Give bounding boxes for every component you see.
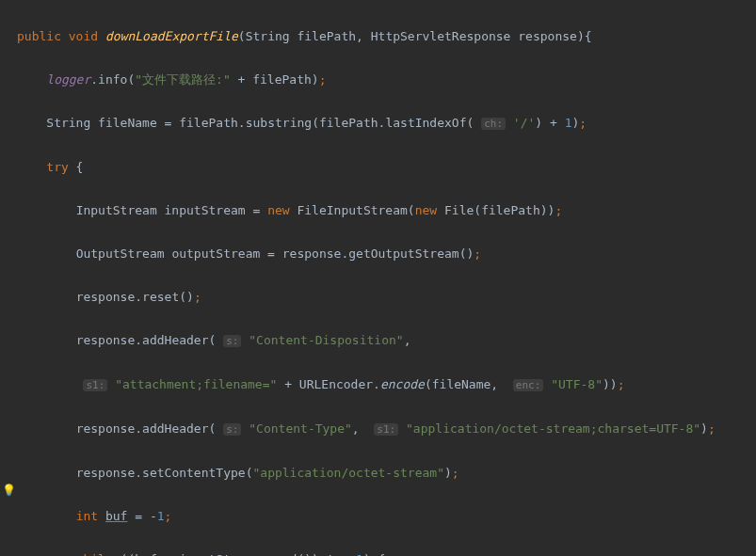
type: String: [46, 116, 90, 130]
ident: response: [76, 290, 136, 304]
lightbulb-icon[interactable]: 💡: [2, 480, 16, 501]
fn: getOutputStream: [348, 246, 458, 261]
fn: encode: [380, 377, 425, 391]
param: filePath: [297, 29, 356, 43]
string: '/': [513, 116, 535, 130]
ident: response: [282, 246, 342, 261]
code-line[interactable]: InputStream inputStream = new FileInputS…: [17, 199, 756, 221]
string: "Content-Disposition": [249, 333, 403, 347]
editor-gutter: 💡: [0, 0, 17, 556]
string: "application/octet-stream;charset=UTF-8": [406, 421, 700, 436]
fn: setContentType: [142, 466, 246, 480]
type: HttpServletResponse: [371, 29, 511, 43]
field-logger: logger: [46, 72, 90, 87]
code-line[interactable]: response.addHeader( s: "Content-Type", s…: [17, 418, 756, 440]
fn: addHeader: [142, 333, 208, 347]
fn: addHeader: [142, 421, 208, 436]
fn: substring: [246, 116, 312, 130]
fn: lastIndexOf: [385, 116, 466, 130]
fn: info: [98, 72, 127, 87]
param-hint: ch:: [481, 118, 506, 130]
code-line[interactable]: String fileName = filePath.substring(fil…: [17, 112, 756, 135]
ident: inputStream: [165, 203, 246, 217]
code-area[interactable]: public void downLoadExportFile(String fi…: [0, 4, 756, 556]
string: "UTF-8": [551, 377, 603, 391]
number: 1: [356, 552, 363, 556]
type: String: [246, 29, 290, 43]
ident: response: [76, 333, 136, 347]
ident: inputStream: [179, 552, 260, 556]
fn: reset: [142, 290, 179, 304]
ident: fileName: [432, 377, 491, 391]
type: File: [444, 203, 474, 217]
code-line[interactable]: public void downLoadExportFile(String fi…: [17, 25, 756, 47]
method-name: downLoadExportFile: [105, 29, 238, 43]
param-hint: s:: [223, 423, 241, 436]
code-line[interactable]: response.addHeader( s: "Content-Disposit…: [17, 329, 756, 352]
code-line[interactable]: try {: [17, 156, 756, 178]
ident: response: [76, 421, 136, 436]
type: FileInputStream: [297, 203, 407, 217]
code-line[interactable]: logger.info("文件下载路径:" + filePath);: [17, 69, 756, 90]
code-line[interactable]: int buf = -1;: [17, 505, 756, 527]
ident: filePath: [481, 203, 540, 217]
string: "attachment;filename=": [115, 377, 277, 391]
code-line[interactable]: response.setContentType("application/oct…: [17, 462, 756, 484]
code-line[interactable]: s1: "attachment;filename=" + URLEncoder.…: [17, 373, 756, 396]
type: OutputStream: [76, 246, 165, 261]
string: "文件下载路径:": [135, 72, 230, 87]
ident: response: [76, 466, 136, 480]
ident: filePath: [252, 72, 312, 87]
code-line[interactable]: while ((buf = inputStream.read()) != -1)…: [17, 548, 756, 556]
keyword-public: public: [17, 29, 61, 43]
param-hint: s1:: [83, 379, 107, 391]
keyword-void: void: [69, 29, 98, 43]
number: 1: [565, 116, 572, 130]
param-hint: s1:: [374, 423, 398, 436]
ident: buf: [105, 509, 127, 523]
string: "Content-Type": [249, 421, 352, 436]
param-hint: enc:: [513, 379, 544, 391]
number: 1: [157, 509, 165, 523]
param-hint: s:: [223, 335, 241, 347]
param: response: [518, 29, 577, 43]
code-line[interactable]: response.reset();: [17, 286, 756, 308]
ident: outputStream: [171, 246, 260, 261]
type: URLEncoder: [299, 377, 373, 391]
keyword-new: new: [415, 203, 437, 217]
code-editor[interactable]: 💡 public void downLoadExportFile(String …: [0, 0, 756, 556]
ident: fileName: [98, 116, 157, 130]
keyword-new: new: [267, 203, 289, 217]
code-line[interactable]: OutputStream outputStream = response.get…: [17, 243, 756, 264]
ident: filePath: [179, 116, 238, 130]
ident: filePath: [319, 116, 378, 130]
ident: buf: [135, 552, 156, 556]
string: "application/octet-stream": [252, 466, 444, 480]
keyword-while: while: [76, 552, 113, 556]
type: InputStream: [76, 203, 157, 217]
fn: read: [267, 552, 297, 556]
keyword-int: int: [76, 509, 98, 523]
keyword-try: try: [46, 160, 68, 174]
